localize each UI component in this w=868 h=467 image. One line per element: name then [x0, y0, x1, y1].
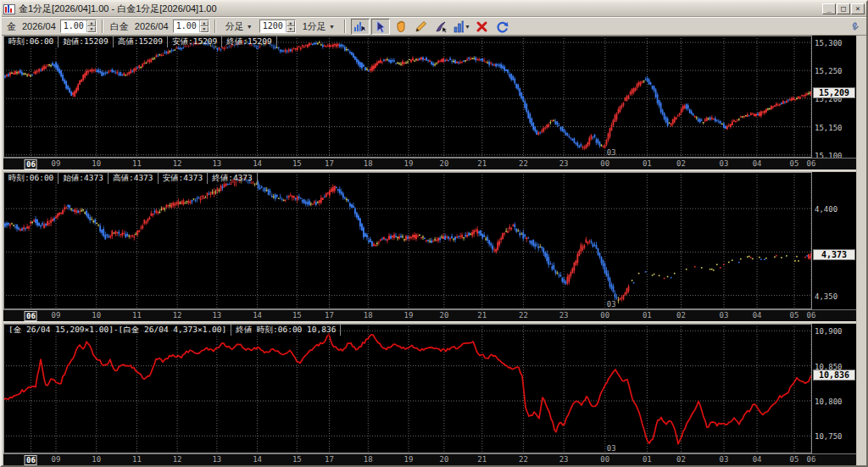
annotate-pen-tool-button[interactable] — [432, 19, 451, 35]
current-price-badge: 15,209 — [813, 87, 855, 98]
time-tick-label: 22 — [519, 455, 528, 464]
time-tick-label: 06 — [25, 159, 37, 170]
time-tick-label: 09 — [52, 159, 61, 168]
platinum-multiplier-value[interactable]: 1.00 — [174, 20, 199, 32]
pan-hand-tool-button[interactable] — [392, 19, 410, 35]
time-tick-label: 01 — [643, 311, 652, 320]
time-tick-label: 15 — [292, 159, 302, 168]
delete-drawing-button[interactable] — [473, 19, 492, 35]
time-tick-label: 13 — [212, 159, 221, 168]
interval-dropdown[interactable]: 1分足 ▼ — [298, 19, 339, 35]
time-tick-label: 06 — [807, 311, 816, 320]
price-tick-label: 10,750 — [815, 432, 843, 441]
time-tick-label: 03 — [720, 311, 729, 320]
gold-multiplier-up-button[interactable]: ▲ — [87, 20, 96, 26]
platinum-multiplier-stepper[interactable]: 1.00 ▲▼ — [173, 19, 209, 33]
time-tick-label: 04 — [753, 159, 762, 168]
date-change-marker: 03 — [607, 300, 616, 309]
gold-1min-panel: 時刻:06:00始値:15209高値:15209安値:15209終値:15209… — [3, 36, 856, 170]
spread-panel-info-bar: [金 26/04 15,209×1.00]-[白金 26/04 4,373×1.… — [4, 325, 341, 336]
time-tick-label: 00 — [600, 455, 609, 464]
time-tick-label: 10 — [92, 311, 101, 320]
price-tick-label: 15,250 — [815, 67, 843, 75]
time-tick-label: 18 — [364, 159, 373, 168]
time-tick-label: 06 — [25, 311, 37, 321]
app-icon — [3, 4, 15, 14]
select-cursor-tool-button[interactable] — [371, 19, 390, 35]
current-price-badge: 10,836 — [813, 370, 855, 381]
settings-wrench-icon[interactable] — [844, 19, 863, 35]
platinum-1min-panel-time-axis: 0609101112131415171819202122230001020304… — [3, 309, 856, 321]
bar-type-label: 分足 — [225, 20, 244, 33]
time-tick-label: 17 — [325, 455, 334, 464]
chart-area: 時刻:06:00始値:15209高値:15209安値:15209終値:15209… — [2, 36, 866, 465]
time-tick-label: 20 — [440, 311, 449, 320]
toolbar: 金 2026/04 1.00 ▲▼ 白金 2026/04 1.00 ▲▼ 分足 … — [2, 17, 866, 36]
time-tick-label: 03 — [720, 455, 729, 464]
close-button[interactable]: × — [851, 3, 865, 14]
platinum-1min-panel-canvas — [3, 172, 812, 309]
platinum-contract-label: 2026/04 — [133, 21, 170, 31]
minimize-button[interactable]: _ — [822, 3, 836, 14]
time-tick-label: 20 — [440, 159, 449, 168]
time-tick-label: 12 — [173, 311, 182, 320]
platinum-1min-panel-info-bar: 時刻:06:00始値:4373高値:4373安値:4373終値:4373 — [4, 173, 258, 184]
maximize-button[interactable]: □ — [837, 3, 850, 14]
time-tick-label: 23 — [559, 159, 569, 168]
time-tick-label: 02 — [676, 159, 686, 168]
platinum-multiplier-up-button[interactable]: ▲ — [200, 20, 209, 26]
spread-line-series — [3, 334, 812, 444]
toolbar-separator — [344, 19, 346, 33]
quote-info-field: 安値:15209 — [168, 36, 222, 47]
time-tick-label: 06 — [807, 455, 816, 464]
time-tick-label: 17 — [325, 311, 334, 320]
gold-1min-panel-time-axis: 0609101112131415171819202122230001020304… — [3, 158, 856, 170]
date-change-marker: 03 — [607, 444, 616, 453]
time-tick-label: 05 — [790, 311, 799, 320]
bar-count-stepper[interactable]: 1200 ▲▼ — [259, 19, 296, 33]
gold-multiplier-stepper[interactable]: 1.00 ▲▼ — [60, 19, 97, 33]
time-tick-label: 06 — [25, 455, 37, 465]
time-tick-label: 14 — [253, 311, 262, 320]
title-bar[interactable]: 金1分足[2026/04]1.00 - 白金1分足[2026/04]1.00 _… — [2, 2, 866, 17]
app-window: 金1分足[2026/04]1.00 - 白金1分足[2026/04]1.00 _… — [0, 0, 868, 467]
refresh-button[interactable] — [493, 19, 512, 35]
time-tick-label: 14 — [253, 159, 262, 168]
bar-count-value[interactable]: 1200 — [260, 20, 286, 32]
chart-type-dropdown-button[interactable]: ▼ — [453, 19, 471, 35]
time-tick-label: 21 — [477, 455, 487, 464]
gold-1min-panel-info-bar: 時刻:06:00始値:15209高値:15209安値:15209終値:15209 — [4, 36, 277, 47]
bar-type-dropdown[interactable]: 分足 ▼ — [221, 19, 257, 35]
gold-multiplier-value[interactable]: 1.00 — [61, 20, 86, 32]
bar-count-down-button[interactable]: ▼ — [287, 26, 295, 32]
time-tick-label: 22 — [519, 311, 528, 320]
time-tick-label: 19 — [404, 455, 414, 464]
time-tick-label: 01 — [643, 455, 652, 464]
time-tick-label: 00 — [600, 159, 609, 168]
platinum-1min-panel-plot[interactable]: 時刻:06:00始値:4373高値:4373安値:4373終値:437303 — [3, 172, 812, 309]
time-tick-label: 12 — [173, 455, 182, 464]
gold-1min-panel-plot[interactable]: 時刻:06:00始値:15209高値:15209安値:15209終値:15209… — [3, 36, 812, 158]
quote-info-field: 高値:15209 — [114, 36, 168, 47]
time-tick-label: 21 — [477, 159, 487, 168]
spread-panel-plot[interactable]: [金 26/04 15,209×1.00]-[白金 26/04 4,373×1.… — [3, 324, 812, 453]
quote-info-field: 終値 時刻:06:00 10,836 — [231, 325, 341, 336]
time-tick-label: 11 — [132, 455, 142, 464]
time-tick-label: 10 — [92, 159, 101, 168]
gold-symbol-label: 金 — [5, 20, 18, 33]
platinum-multiplier-down-button[interactable]: ▼ — [200, 26, 209, 32]
draw-pencil-tool-button[interactable] — [412, 19, 431, 35]
quote-info-field: 終値:15209 — [222, 36, 276, 47]
time-tick-label: 17 — [325, 159, 334, 168]
gold-multiplier-down-button[interactable]: ▼ — [87, 26, 96, 32]
time-tick-label: 09 — [52, 455, 61, 464]
crosshair-chart-tool-button[interactable] — [351, 19, 370, 35]
time-tick-label: 18 — [364, 455, 373, 464]
time-tick-label: 05 — [790, 159, 799, 168]
price-tick-label: 15,300 — [815, 39, 843, 47]
bar-count-up-button[interactable]: ▲ — [287, 20, 295, 26]
time-tick-label: 11 — [132, 311, 142, 320]
right-border-strip — [856, 36, 866, 465]
time-tick-label: 02 — [676, 455, 686, 464]
spread-panel-price-axis: 10,90010,85010,80010,75010,836 — [812, 324, 856, 453]
